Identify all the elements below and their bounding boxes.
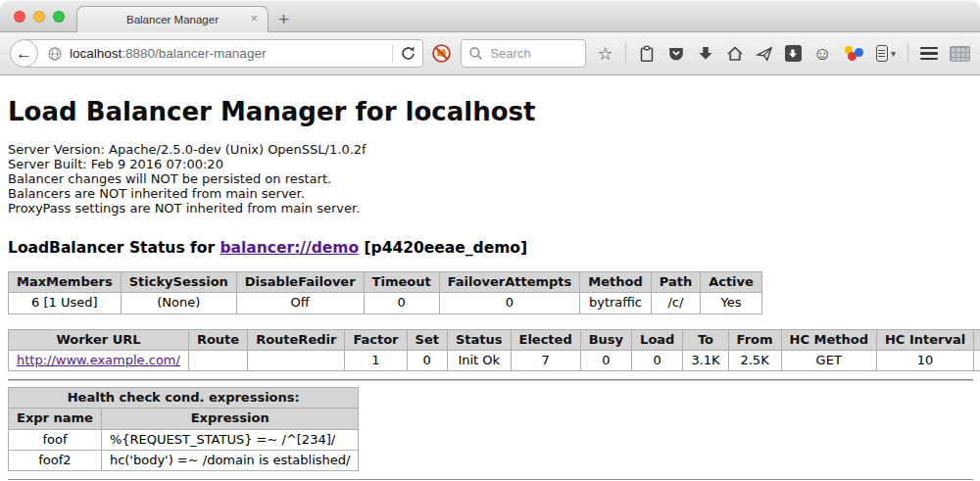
health-check-title: Health check cond. expressions: xyxy=(9,388,359,409)
cell-factor: 1 xyxy=(345,350,407,370)
cell-stickysession: (None) xyxy=(121,293,236,313)
toolbar-divider xyxy=(625,43,626,64)
cell-method: bytraffic xyxy=(580,293,651,313)
col-passes: Passes xyxy=(974,329,980,350)
tab-bar: Balancer Manager × + xyxy=(0,0,980,32)
table-header-row: Worker URL Route RouteRedir Factor Set S… xyxy=(9,329,980,350)
col-method: Method xyxy=(580,272,651,293)
section-divider xyxy=(8,379,973,381)
table-row: foof2 hc('body') =~ /domain is establish… xyxy=(9,450,359,470)
col-status: Status xyxy=(447,329,511,350)
tab-close-icon[interactable]: × xyxy=(250,12,258,24)
col-load: Load xyxy=(632,329,683,350)
col-timeout: Timeout xyxy=(364,272,439,293)
chevron-down-icon[interactable]: ▾ xyxy=(891,49,896,59)
cell-expr-name: foof xyxy=(9,429,102,450)
toolbar-buttons: ☆ ☺ ▾ xyxy=(597,43,970,64)
col-active: Active xyxy=(701,272,762,293)
col-disablefailover: DisableFailover xyxy=(236,272,364,293)
col-busy: Busy xyxy=(580,329,631,350)
emoji-extension-icon[interactable]: ☺ xyxy=(813,44,832,63)
server-version-line: Server Version: Apache/2.5.0-dev (Unix) … xyxy=(8,142,980,157)
col-set: Set xyxy=(407,329,447,350)
extension-menu-group: ▾ xyxy=(876,45,896,62)
balancers-notice-line: Balancers are NOT inherited from main se… xyxy=(8,186,980,201)
menu-icon[interactable] xyxy=(920,47,938,61)
col-factor: Factor xyxy=(345,329,407,350)
worker-table: Worker URL Route RouteRedir Factor Set S… xyxy=(8,329,980,372)
worker-url-link[interactable]: http://www.example.com/ xyxy=(17,353,180,367)
cell-status: Init Ok xyxy=(447,350,511,370)
col-failoverattempts: FailoverAttempts xyxy=(439,272,580,293)
downloads-icon[interactable] xyxy=(697,45,714,63)
toolbar-divider xyxy=(907,43,908,64)
extension-download-icon[interactable] xyxy=(785,45,802,62)
plugin-blocked-icon[interactable] xyxy=(431,43,452,64)
tab-title: Balancer Manager xyxy=(126,14,219,25)
browser-window: Balancer Manager × + ← localhost:8880/ba… xyxy=(0,0,980,481)
col-elected: Elected xyxy=(511,329,580,350)
cell-maxmembers: 6 [1 Used] xyxy=(9,293,122,313)
cell-set: 0 xyxy=(407,350,447,370)
globe-icon xyxy=(47,46,63,62)
tab-balancer-manager[interactable]: Balancer Manager × xyxy=(76,6,269,32)
back-button[interactable]: ← xyxy=(10,39,38,68)
cell-hc-method: GET xyxy=(781,350,876,370)
health-check-table: Health check cond. expressions: Expr nam… xyxy=(8,387,359,471)
cell-elected: 7 xyxy=(511,350,580,370)
cell-expr-name: foof2 xyxy=(9,450,102,470)
search-icon xyxy=(468,46,483,61)
proxypass-notice-line: ProxyPass settings are NOT inherited fro… xyxy=(8,201,980,216)
pocket-icon[interactable] xyxy=(667,45,685,63)
downloadhelper-icon[interactable] xyxy=(844,45,864,62)
bookmark-star-icon[interactable]: ☆ xyxy=(597,45,612,63)
page-content: Load Balancer Manager for localhost Serv… xyxy=(0,75,980,480)
balancer-settings-table: MaxMembers StickySession DisableFailover… xyxy=(8,271,762,314)
col-worker-url: Worker URL xyxy=(9,329,189,350)
page-title: Load Balancer Manager for localhost xyxy=(8,97,980,126)
url-path: :8880/balancer-manager xyxy=(122,46,266,61)
balancer-demo-link[interactable]: balancer://demo xyxy=(220,239,359,257)
cell-expression: %{REQUEST_STATUS} =~ /^[234]/ xyxy=(101,429,359,450)
balancer-status-heading: LoadBalancer Status for balancer://demo … xyxy=(8,239,980,257)
home-icon[interactable] xyxy=(726,45,744,63)
table-row: foof %{REQUEST_STATUS} =~ /^[234]/ xyxy=(9,429,359,450)
table-header-row: Expr name Expression xyxy=(9,409,359,429)
col-route: Route xyxy=(188,329,247,350)
cell-busy: 0 xyxy=(580,350,631,370)
col-to: To xyxy=(683,329,728,350)
zoom-window-button[interactable] xyxy=(53,11,65,23)
urlbar-divider xyxy=(392,45,393,63)
col-from: From xyxy=(728,329,781,350)
tab-mosaic-icon[interactable] xyxy=(950,46,970,62)
server-info: Server Version: Apache/2.5.0-dev (Unix) … xyxy=(8,142,980,216)
worker-row: http://www.example.com/ 1 0 Init Ok 7 0 … xyxy=(9,350,980,370)
cell-disablefailover: Off xyxy=(236,293,364,313)
col-expression: Expression xyxy=(101,409,359,429)
minimize-window-button[interactable] xyxy=(33,11,45,23)
cell-hc-interval: 10 xyxy=(876,350,973,370)
cell-path: /c/ xyxy=(651,293,700,313)
search-input[interactable] xyxy=(488,45,578,62)
search-bar[interactable] xyxy=(461,39,586,68)
col-maxmembers: MaxMembers xyxy=(9,272,122,293)
battery-extension-icon[interactable] xyxy=(876,45,888,62)
new-tab-button[interactable]: + xyxy=(278,10,289,28)
cell-to: 3.1K xyxy=(683,350,728,370)
reload-icon[interactable] xyxy=(400,45,416,62)
send-tab-icon[interactable] xyxy=(756,45,773,63)
col-hc-interval: HC Interval xyxy=(876,329,973,350)
url-bar[interactable]: localhost:8880/balancer-manager xyxy=(23,39,423,68)
cell-routeredir xyxy=(248,350,345,370)
col-routeredir: RouteRedir xyxy=(248,329,345,350)
table-row: 6 [1 Used] (None) Off 0 0 bytraffic /c/ … xyxy=(9,293,762,313)
reading-list-icon[interactable] xyxy=(638,45,656,63)
cell-route xyxy=(188,350,247,370)
close-window-button[interactable] xyxy=(14,11,25,23)
server-built-line: Server Built: Feb 9 2016 07:00:20 xyxy=(8,157,980,171)
status-heading-suffix: [p4420eeae_demo] xyxy=(365,239,528,257)
table-header-row: MaxMembers StickySession DisableFailover… xyxy=(9,272,762,293)
cell-timeout: 0 xyxy=(364,293,439,313)
col-path: Path xyxy=(651,272,700,293)
cell-expression: hc('body') =~ /domain is established/ xyxy=(101,450,359,470)
